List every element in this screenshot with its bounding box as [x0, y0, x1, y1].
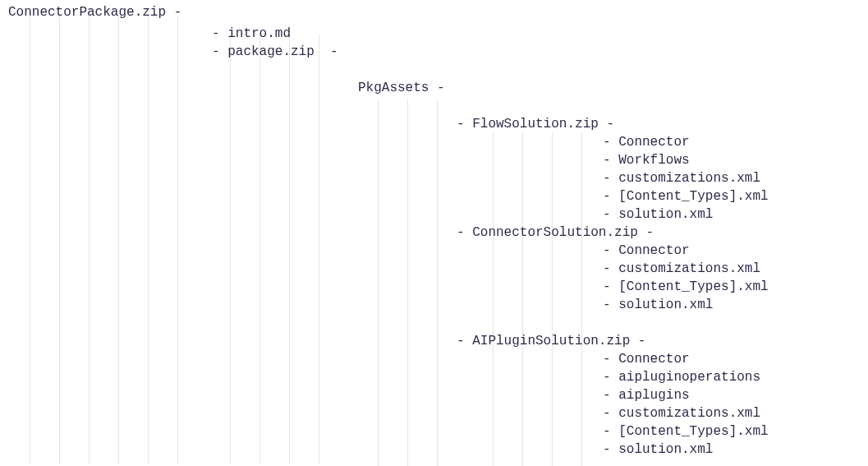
package-zip: - package.zip -: [212, 43, 338, 61]
flowsolution-zip: - FlowSolution.zip -: [457, 115, 614, 133]
fs-solution: - solution.xml: [603, 205, 713, 224]
fs-customizations: - customizations.xml: [603, 169, 760, 187]
cs-solution: - solution.xml: [603, 296, 713, 314]
cs-connector: - Connector: [603, 242, 690, 260]
pkgassets-folder: PkgAssets -: [358, 79, 445, 97]
fs-content-types: - [Content_Types].xml: [603, 187, 769, 205]
cs-content-types: - [Content_Types].xml: [603, 278, 769, 296]
aipluginsolution-zip: - AIPluginSolution.zip -: [457, 332, 645, 350]
ai-customizations: - customizations.xml: [603, 404, 760, 422]
root-node: ConnectorPackage.zip -: [8, 3, 181, 21]
indentation-guides: [0, 0, 868, 466]
ai-pluginoperations: - aipluginoperations: [603, 368, 760, 386]
fs-workflows: - Workflows: [603, 151, 690, 169]
ai-content-types: - [Content_Types].xml: [603, 422, 769, 441]
ai-solution: - solution.xml: [603, 441, 713, 459]
connectorsolution-zip: - ConnectorSolution.zip -: [457, 224, 654, 242]
ai-plugins: - aiplugins: [603, 386, 690, 404]
fs-connector: - Connector: [603, 133, 690, 151]
ai-connector: - Connector: [603, 350, 690, 368]
intro-file: - intro.md: [212, 25, 291, 43]
cs-customizations: - customizations.xml: [603, 260, 760, 278]
